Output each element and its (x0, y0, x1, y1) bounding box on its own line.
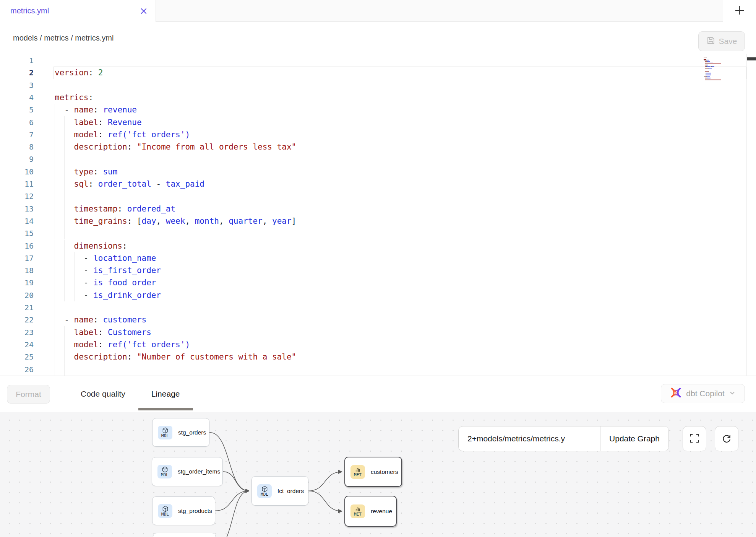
code-text: version: 2 (55, 67, 103, 79)
lineage-filter-input[interactable] (459, 426, 600, 451)
editor-line-4[interactable]: 4metrics: (0, 91, 756, 104)
editor-line-22[interactable]: 22 - name: customers (0, 314, 756, 326)
close-icon[interactable] (140, 7, 148, 15)
code-text: description: "Income from all orders les… (55, 141, 296, 153)
editor-line-15[interactable]: 15 (0, 227, 756, 240)
code-text: model: ref('fct_orders') (55, 338, 190, 351)
line-number: 13 (0, 203, 34, 215)
minimap[interactable] (704, 56, 726, 86)
cube-icon: MDL (257, 484, 272, 498)
node-badge: MET (354, 473, 362, 477)
line-number: 16 (0, 240, 34, 252)
breadcrumb: models / metrics / metrics.yml (13, 34, 114, 42)
editor-line-24[interactable]: 24 model: ref('fct_orders') (0, 338, 756, 351)
cube-icon: MDL (158, 426, 172, 439)
line-number: 25 (0, 351, 34, 363)
bar-chart-icon: MET (350, 504, 365, 518)
lineage-node-customers[interactable]: METcustomers (344, 457, 402, 487)
line-number: 17 (0, 252, 34, 264)
indent-guide (64, 190, 65, 202)
node-badge: MDL (161, 473, 169, 477)
line-number: 12 (0, 190, 34, 202)
indent-guide (55, 363, 55, 376)
tab-metrics-yml[interactable]: metrics.yml (0, 0, 156, 22)
line-number: 6 (0, 116, 34, 129)
code-text: description: "Number of customers with a… (55, 351, 296, 363)
tab-code-quality[interactable]: Code quality (68, 376, 138, 412)
editor-line-26[interactable]: 26 (0, 363, 756, 376)
tab-lineage[interactable]: Lineage (138, 376, 193, 412)
editor-line-5[interactable]: 5 - name: revenue (0, 104, 756, 116)
code-text: dimensions: (55, 240, 127, 252)
editor-line-9[interactable]: 9 (0, 153, 756, 166)
code-text: - location_name (55, 252, 156, 264)
scrollbar-mark (747, 57, 756, 60)
editor-scrollbar[interactable] (746, 54, 756, 376)
node-badge: MDL (161, 434, 169, 438)
code-editor[interactable]: 12version: 234metrics:5 - name: revenue6… (0, 54, 756, 376)
line-number: 4 (0, 91, 34, 104)
editor-line-16[interactable]: 16 dimensions: (0, 240, 756, 252)
editor-line-18[interactable]: 18 - is_first_order (0, 264, 756, 277)
editor-line-19[interactable]: 19 - is_food_order (0, 277, 756, 289)
lineage-graph[interactable]: Update Graph MDLstg_ordersMDLstg_order_i… (0, 412, 756, 537)
lineage-node-stg_products[interactable]: MDLstg_products (152, 496, 215, 525)
lineage-node-stg_orders[interactable]: MDLstg_orders (152, 418, 209, 447)
update-graph-button[interactable]: Update Graph (600, 426, 668, 451)
lineage-node-partial[interactable]: MDL (153, 533, 216, 537)
line-number: 9 (0, 153, 34, 165)
lineage-filter-box: Update Graph (458, 426, 669, 451)
tab-strip (156, 0, 723, 22)
dbt-copilot-button[interactable]: dbt Copilot (661, 384, 745, 403)
editor-line-10[interactable]: 10 type: sum (0, 166, 756, 178)
dbt-copilot-icon (670, 387, 682, 400)
node-badge: MDL (261, 492, 268, 496)
line-number: 2 (0, 67, 34, 79)
node-label: stg_orders (178, 429, 206, 436)
editor-line-7[interactable]: 7 model: ref('fct_orders') (0, 129, 756, 141)
line-number: 19 (0, 277, 34, 289)
code-text: - is_drink_order (55, 289, 161, 301)
editor-line-25[interactable]: 25 description: "Number of customers wit… (0, 351, 756, 363)
node-badge: MDL (161, 512, 169, 516)
node-badge: MET (354, 512, 362, 516)
panel-toolbar: Format Code quality Lineage dbt Copilot (0, 376, 756, 412)
editor-line-3[interactable]: 3 (0, 79, 756, 92)
new-tab-button[interactable] (723, 0, 756, 22)
line-number: 23 (0, 326, 34, 338)
editor-line-8[interactable]: 8 description: "Income from all orders l… (0, 141, 756, 153)
panel-tabs: Code quality Lineage (68, 376, 193, 412)
indent-guide (64, 227, 65, 239)
fullscreen-button[interactable] (683, 426, 706, 451)
save-button[interactable]: Save (698, 31, 745, 51)
editor-line-11[interactable]: 11 sql: order_total - tax_paid (0, 178, 756, 190)
editor-line-23[interactable]: 23 label: Customers (0, 326, 756, 339)
indent-guide (64, 363, 65, 376)
line-number: 24 (0, 338, 34, 351)
app-window: metrics.yml models / metrics / metrics.y… (0, 0, 756, 537)
refresh-button[interactable] (715, 426, 738, 451)
node-label: fct_orders (277, 488, 304, 495)
editor-line-2[interactable]: 2version: 2 (0, 67, 756, 79)
breadcrumb-bar: models / metrics / metrics.yml Save (0, 22, 756, 54)
editor-line-12[interactable]: 12 (0, 190, 756, 203)
lineage-node-revenue[interactable]: METrevenue (344, 496, 397, 527)
editor-line-6[interactable]: 6 label: Revenue (0, 116, 756, 129)
editor-line-13[interactable]: 13 timestamp: ordered_at (0, 203, 756, 215)
editor-line-1[interactable]: 1 (0, 54, 756, 67)
indent-guide (55, 227, 55, 239)
editor-line-17[interactable]: 17 - location_name (0, 252, 756, 265)
line-number: 14 (0, 215, 34, 227)
lineage-node-stg_order_items[interactable]: MDLstg_order_items (152, 457, 223, 486)
line-number: 22 (0, 314, 34, 326)
cube-icon: MDL (157, 465, 172, 478)
editor-line-21[interactable]: 21 (0, 301, 756, 314)
editor-line-14[interactable]: 14 time_grains: [day, week, month, quart… (0, 215, 756, 228)
lineage-node-fct_orders[interactable]: MDLfct_orders (251, 476, 308, 506)
indent-guide (55, 190, 55, 202)
copilot-label: dbt Copilot (686, 389, 724, 398)
code-text: - name: customers (55, 314, 146, 326)
format-button[interactable]: Format (7, 385, 50, 404)
editor-line-20[interactable]: 20 - is_drink_order (0, 289, 756, 302)
code-text: time_grains: [day, week, month, quarter,… (55, 215, 296, 227)
